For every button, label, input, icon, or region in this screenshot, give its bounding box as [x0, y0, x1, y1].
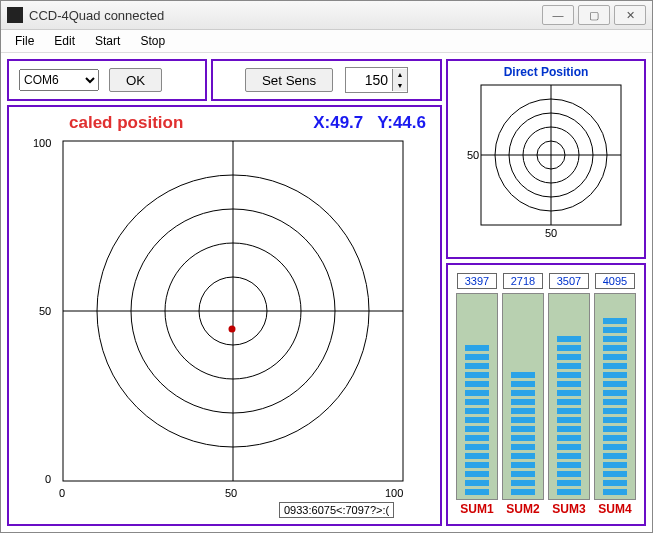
window-title: CCD-4Quad connected [29, 8, 542, 23]
y-readout: Y:44.6 [377, 113, 426, 132]
close-button[interactable]: ✕ [614, 5, 646, 25]
plot-title: caled position [69, 113, 183, 133]
sens-panel: Set Sens ▲ ▼ [211, 59, 442, 101]
maximize-button[interactable]: ▢ [578, 5, 610, 25]
sum4-label: SUM4 [598, 502, 631, 516]
menu-start[interactable]: Start [87, 32, 128, 50]
direct-caption: Direct Position [504, 65, 589, 79]
menu-file[interactable]: File [7, 32, 42, 50]
sum4-column: 4095 SUM4 [594, 273, 636, 516]
scaled-position-plot: 100 50 0 0 50 100 [15, 113, 415, 505]
scaled-position-panel: caled position X:49.7 Y:44.6 [7, 105, 442, 526]
y-tick-0: 0 [45, 473, 51, 485]
sum3-column: 3507 SUM3 [548, 273, 590, 516]
target-point-icon [229, 326, 236, 333]
com-port-select[interactable]: COM6 [19, 69, 99, 91]
sens-spinner[interactable]: ▲ ▼ [345, 67, 408, 93]
sum1-label: SUM1 [460, 502, 493, 516]
sum3-value: 3507 [549, 273, 589, 289]
sum3-gauge [548, 293, 590, 500]
sum2-column: 2718 SUM2 [502, 273, 544, 516]
titlebar: CCD-4Quad connected — ▢ ✕ [1, 1, 652, 30]
minimize-button[interactable]: — [542, 5, 574, 25]
direct-y-tick: 50 [467, 149, 479, 161]
spin-up-icon[interactable]: ▲ [392, 69, 407, 80]
x-tick-0: 0 [59, 487, 65, 499]
sum1-value: 3397 [457, 273, 497, 289]
direct-position-panel: Direct Position 50 50 [446, 59, 646, 259]
sum4-gauge [594, 293, 636, 500]
set-sens-button[interactable]: Set Sens [245, 68, 333, 92]
app-icon [7, 7, 23, 23]
sum1-column: 3397 SUM1 [456, 273, 498, 516]
sums-panel: 3397 SUM1 2718 SUM2 3507 SUM3 4095 [446, 263, 646, 526]
sum4-value: 4095 [595, 273, 635, 289]
x-tick-50: 50 [225, 487, 237, 499]
sum2-label: SUM2 [506, 502, 539, 516]
sum2-gauge [502, 293, 544, 500]
x-tick-100: 100 [385, 487, 403, 499]
connection-panel: COM6 OK [7, 59, 207, 101]
y-tick-100: 100 [33, 137, 51, 149]
ok-button[interactable]: OK [109, 68, 162, 92]
plot-coords: X:49.7 Y:44.6 [313, 113, 426, 133]
status-readout: 0933:6075<:7097?>:( [279, 502, 394, 518]
sens-value-input[interactable] [346, 71, 392, 89]
menu-edit[interactable]: Edit [46, 32, 83, 50]
x-readout: X:49.7 [313, 113, 363, 132]
menubar: File Edit Start Stop [1, 30, 652, 53]
y-tick-50: 50 [39, 305, 51, 317]
sum3-label: SUM3 [552, 502, 585, 516]
direct-position-plot: 50 50 [461, 81, 631, 237]
spin-down-icon[interactable]: ▼ [392, 80, 407, 91]
sum1-gauge [456, 293, 498, 500]
sum2-value: 2718 [503, 273, 543, 289]
direct-x-tick: 50 [545, 227, 557, 237]
menu-stop[interactable]: Stop [132, 32, 173, 50]
